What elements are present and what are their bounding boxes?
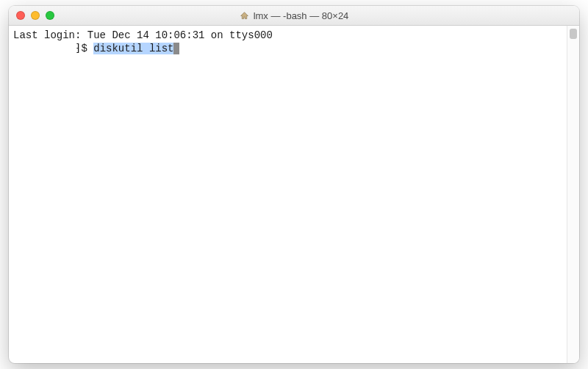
command-input[interactable]: diskutil list (93, 43, 173, 54)
window-title: lmx — -bash — 80×24 (9, 6, 579, 25)
vertical-scrollbar[interactable] (567, 26, 579, 363)
titlebar[interactable]: lmx — -bash — 80×24 (9, 6, 579, 26)
prompt-line: ⁆$ diskutil list (13, 42, 562, 55)
last-login-line: Last login: Tue Dec 14 10:06:31 on ttys0… (13, 29, 562, 42)
window-title-text: lmx — -bash — 80×24 (254, 10, 349, 21)
minimize-button[interactable] (31, 11, 40, 20)
zoom-button[interactable] (46, 11, 54, 20)
home-icon (240, 11, 249, 21)
scroll-thumb[interactable] (570, 29, 577, 39)
close-button[interactable] (16, 11, 25, 20)
terminal-window: lmx — -bash — 80×24 Last login: Tue Dec … (9, 6, 579, 363)
prompt-indent (13, 43, 75, 54)
cursor-icon (173, 43, 179, 54)
terminal-output[interactable]: Last login: Tue Dec 14 10:06:31 on ttys0… (9, 26, 567, 363)
terminal-content-area: Last login: Tue Dec 14 10:06:31 on ttys0… (9, 26, 579, 363)
traffic-lights (16, 11, 54, 20)
prompt-suffix: $ (81, 43, 93, 54)
